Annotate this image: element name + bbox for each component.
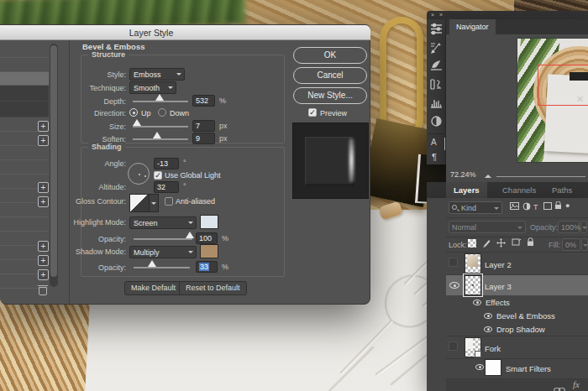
filter-toggle-icon[interactable]: ● — [565, 201, 570, 210]
add-effect-button[interactable]: + — [38, 196, 49, 207]
depth-slider[interactable] — [133, 101, 188, 102]
shadow-mode-dropdown[interactable]: Multiply — [129, 246, 197, 258]
filter-smart-objects-icon[interactable] — [554, 201, 562, 211]
gloss-contour-dropdown[interactable] — [150, 194, 159, 212]
brushes-panel-icon[interactable] — [429, 60, 444, 72]
shadow-color-swatch[interactable] — [200, 244, 218, 258]
highlight-opacity-thumb[interactable] — [186, 232, 194, 238]
technique-dropdown[interactable]: Smooth — [129, 81, 176, 94]
style-list-row-highlighted[interactable] — [0, 72, 49, 86]
direction-up-radio[interactable] — [129, 108, 138, 117]
add-effect-button[interactable]: + — [38, 255, 49, 266]
angle-value-field[interactable]: -13 — [154, 158, 179, 169]
add-effect-button[interactable]: + — [38, 269, 49, 280]
anti-aliased-checkbox[interactable] — [165, 197, 173, 206]
tab-layers[interactable]: Layers — [446, 182, 487, 198]
opacity-field[interactable]: 100% — [558, 221, 580, 233]
navigator-zoom-slider[interactable] — [496, 176, 585, 177]
eye-icon[interactable] — [449, 282, 459, 289]
gloss-contour-thumbnail[interactable] — [129, 194, 150, 212]
direction-down-radio[interactable] — [158, 108, 166, 117]
lock-position-icon[interactable] — [496, 238, 506, 249]
filter-pixel-layers-icon[interactable] — [510, 202, 519, 211]
eye-icon[interactable] — [484, 313, 492, 319]
tab-channels[interactable]: Channels — [495, 182, 543, 198]
cancel-button[interactable]: Cancel — [293, 67, 367, 84]
opacity-scrubber[interactable] — [580, 221, 587, 233]
soften-value-field[interactable]: 9 — [192, 133, 215, 144]
layer-effects-icon[interactable]: fx — [573, 379, 580, 389]
highlight-opacity-field[interactable]: 100 — [196, 232, 218, 244]
properties-panel-icon[interactable] — [429, 23, 444, 35]
dialog-title-bar[interactable]: Layer Style — [0, 25, 370, 40]
size-slider-thumb[interactable] — [133, 119, 141, 126]
layer-thumbnail[interactable] — [465, 338, 480, 357]
soften-slider[interactable] — [133, 138, 188, 140]
highlight-mode-dropdown[interactable]: Screen — [129, 216, 197, 229]
style-dropdown[interactable]: Emboss — [129, 68, 185, 81]
brush-settings-panel-icon[interactable] — [429, 41, 444, 54]
highlight-color-swatch[interactable] — [200, 215, 218, 229]
paragraph-panel-icon[interactable]: ¶ — [432, 152, 446, 164]
add-effect-button[interactable]: + — [38, 241, 49, 252]
style-list-row[interactable] — [0, 102, 49, 117]
layer-thumbnail[interactable] — [465, 276, 480, 295]
style-list-row[interactable] — [0, 217, 49, 232]
lock-all-icon[interactable] — [527, 237, 534, 248]
zoom-out-icon[interactable] — [485, 175, 491, 178]
reset-to-default-button[interactable]: Reset to Default — [179, 281, 247, 295]
navigator-view-box[interactable] — [538, 65, 588, 106]
eye-icon[interactable] — [475, 364, 484, 370]
adjustments-panel-icon[interactable] — [429, 115, 444, 128]
make-default-button[interactable]: Make Default — [124, 281, 182, 295]
size-value-field[interactable]: 7 — [192, 120, 215, 132]
add-effect-button[interactable]: + — [38, 182, 49, 193]
blend-mode-dropdown[interactable]: Normal — [449, 221, 526, 233]
angle-dial[interactable] — [128, 163, 150, 185]
navigator-thumbnail[interactable]: ✕ — [517, 39, 588, 162]
visibility-toggle[interactable] — [449, 341, 458, 351]
soften-slider-thumb[interactable] — [153, 132, 161, 138]
collapse-panels-icon[interactable]: » — [439, 11, 443, 19]
shadow-opacity-slider[interactable] — [134, 267, 190, 268]
add-effect-button[interactable]: + — [38, 121, 49, 132]
style-list-row[interactable] — [0, 160, 49, 175]
style-list-row[interactable] — [0, 86, 49, 102]
styles-scrollbar[interactable] — [50, 44, 58, 287]
clone-source-panel-icon[interactable] — [429, 78, 444, 91]
character-panel-icon[interactable]: A — [431, 138, 445, 150]
layer-row-layer-3[interactable]: Layer 3 — [446, 275, 588, 295]
lock-pixels-icon[interactable] — [482, 238, 491, 249]
fill-scrubber[interactable] — [581, 238, 588, 251]
eye-icon[interactable] — [473, 300, 481, 305]
ok-button[interactable]: OK — [293, 47, 367, 64]
add-effect-button[interactable]: + — [38, 135, 49, 146]
style-list-row[interactable] — [0, 44, 49, 58]
histogram-panel-icon[interactable] — [429, 96, 444, 109]
use-global-light-checkbox[interactable]: ✓ — [154, 171, 162, 180]
layer-thumbnail[interactable] — [465, 254, 480, 273]
new-style-button[interactable]: New Style... — [293, 87, 367, 104]
filter-shape-layers-icon[interactable] — [543, 202, 552, 211]
filter-mask-thumbnail[interactable] — [486, 360, 501, 375]
shadow-opacity-thumb[interactable] — [148, 260, 156, 267]
link-layers-icon[interactable] — [554, 382, 565, 391]
filter-adjustment-layers-icon[interactable] — [522, 202, 531, 212]
preview-checkbox[interactable]: ✓ — [308, 108, 317, 117]
depth-slider-thumb[interactable] — [155, 94, 164, 101]
filter-type-layers-icon[interactable]: T — [533, 203, 538, 211]
depth-value-field[interactable]: 532 — [192, 95, 215, 107]
zoom-percentage[interactable]: 72.24% — [450, 170, 476, 179]
shadow-opacity-field[interactable]: 33 — [196, 261, 218, 273]
delete-effect-icon[interactable] — [38, 284, 48, 295]
tab-paths[interactable]: Paths — [544, 182, 580, 198]
fill-field[interactable]: 0% — [562, 238, 580, 251]
tab-navigator[interactable]: Navigator — [449, 19, 496, 34]
size-slider[interactable] — [133, 126, 188, 128]
highlight-opacity-slider[interactable] — [134, 238, 192, 240]
lock-transparency-icon[interactable] — [468, 239, 476, 248]
lock-artboard-icon[interactable] — [512, 238, 522, 248]
style-list-row[interactable] — [0, 146, 49, 160]
style-list-row[interactable] — [0, 58, 49, 72]
altitude-value-field[interactable]: 32 — [154, 181, 179, 193]
